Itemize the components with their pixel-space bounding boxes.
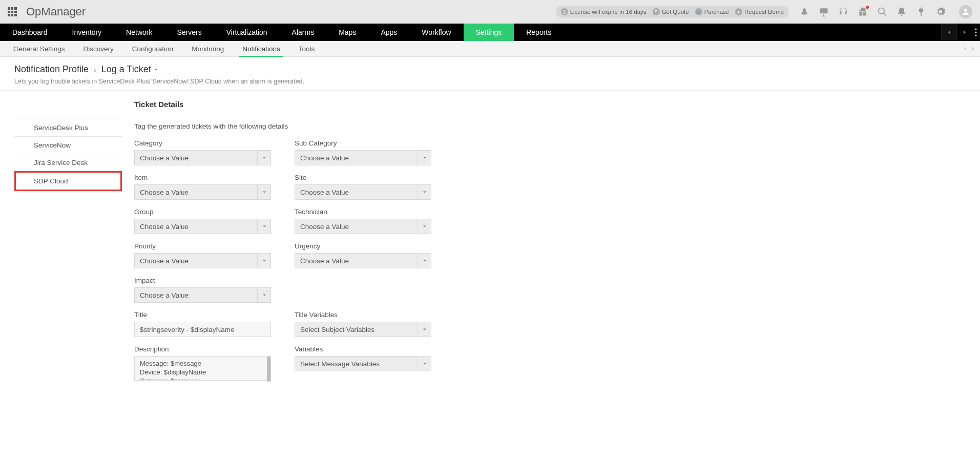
subcategory-label: Sub Category: [295, 139, 431, 147]
chevron-down-icon[interactable]: [418, 322, 431, 337]
technician-label: Technician: [295, 208, 431, 216]
chevron-down-icon[interactable]: [257, 254, 270, 268]
title-variables-select[interactable]: Select Subject Variables: [295, 322, 431, 337]
group-value: Choose a Value: [135, 219, 257, 234]
variables-label: Variables: [295, 345, 431, 353]
impact-label: Impact: [134, 277, 271, 284]
search-icon[interactable]: [877, 7, 887, 17]
nav-inventory[interactable]: Inventory: [60, 24, 114, 41]
chevron-down-icon[interactable]: [418, 185, 431, 199]
subcategory-value: Choose a Value: [295, 151, 418, 165]
impact-select[interactable]: Choose a Value: [134, 287, 271, 303]
breadcrumb-leaf-dropdown[interactable]: Log a Ticket: [101, 64, 158, 75]
headset-icon[interactable]: [838, 7, 848, 17]
gear-icon[interactable]: [935, 7, 946, 17]
chevron-down-icon[interactable]: [418, 219, 431, 234]
nav-virtualization[interactable]: Virtualization: [214, 24, 280, 41]
scrollbar[interactable]: [267, 357, 270, 382]
purchase-pill[interactable]: 🛒 Purchase: [693, 7, 732, 16]
subnav-tools[interactable]: Tools: [289, 41, 324, 56]
request-demo-pill[interactable]: ▸ Request Demo: [733, 7, 786, 16]
content: ServiceDesk PlusServiceNowJira Service D…: [0, 91, 980, 460]
sub-nav: General SettingsDiscoveryConfigurationMo…: [0, 41, 980, 57]
nav-scroll-right[interactable]: [956, 24, 972, 41]
nav-reports[interactable]: Reports: [514, 24, 564, 41]
title-variables-value: Select Subject Variables: [295, 322, 418, 337]
license-expire-pill[interactable]: ◷ License will expire in 16 days: [559, 7, 649, 16]
section-title: Ticket Details: [134, 100, 431, 114]
left-tab-sdp-cloud[interactable]: SDP Cloud: [14, 171, 122, 191]
group-label: Group: [134, 208, 271, 216]
plug-icon[interactable]: [916, 7, 926, 17]
nav-network[interactable]: Network: [114, 24, 164, 41]
left-tab-servicedesk-plus[interactable]: ServiceDesk Plus: [14, 119, 122, 136]
chevron-down-icon[interactable]: [418, 254, 431, 268]
breadcrumb: Notification Profile › Log a Ticket: [14, 64, 966, 75]
category-select[interactable]: Choose a Value: [134, 150, 271, 165]
variables-select[interactable]: Select Message Variables: [295, 356, 431, 371]
chevron-down-icon[interactable]: [257, 288, 270, 302]
title-input[interactable]: [134, 322, 271, 337]
subcategory-select[interactable]: Choose a Value: [295, 150, 431, 165]
bell-icon[interactable]: [896, 7, 907, 17]
nav-scroll-left[interactable]: [941, 24, 956, 41]
site-select[interactable]: Choose a Value: [295, 184, 431, 200]
nav-workflow[interactable]: Workflow: [409, 24, 463, 41]
svg-point-0: [975, 29, 977, 30]
left-tab-servicenow[interactable]: ServiceNow: [14, 136, 122, 154]
license-pill-group: ◷ License will expire in 16 days $ Get Q…: [556, 6, 789, 18]
breadcrumb-root[interactable]: Notification Profile: [14, 64, 89, 75]
chevron-down-icon[interactable]: [418, 151, 431, 165]
chevron-down-icon[interactable]: [257, 185, 270, 199]
nav-settings[interactable]: Settings: [464, 24, 514, 41]
get-quote-text: Get Quote: [662, 9, 689, 15]
rocket-icon[interactable]: [799, 7, 809, 17]
subnav-notifications[interactable]: Notifications: [233, 41, 289, 56]
license-expire-text: License will expire in 16 days: [570, 9, 647, 15]
category-label: Category: [134, 139, 271, 147]
apps-grid-icon[interactable]: [8, 7, 17, 16]
nav-alarms[interactable]: Alarms: [280, 24, 327, 41]
section-subtitle: Tag the generated tickets with the follo…: [134, 122, 445, 130]
chevron-down-icon[interactable]: [418, 357, 431, 371]
chevron-down-icon: [154, 68, 158, 72]
form-scroll-area[interactable]: Ticket Details Tag the generated tickets…: [122, 91, 445, 460]
nav-more-icon[interactable]: [972, 24, 980, 41]
nav-servers[interactable]: Servers: [164, 24, 214, 41]
technician-select[interactable]: Choose a Value: [295, 219, 431, 234]
notification-dot: [866, 6, 869, 9]
subnav-monitoring[interactable]: Monitoring: [182, 41, 233, 56]
left-tab-jira-service-desk[interactable]: Jira Service Desk: [14, 154, 122, 171]
page-header: Notification Profile › Log a Ticket Lets…: [0, 57, 980, 91]
subnav-configuration[interactable]: Configuration: [123, 41, 182, 56]
priority-select[interactable]: Choose a Value: [134, 253, 271, 268]
urgency-select[interactable]: Choose a Value: [295, 253, 431, 268]
main-nav: DashboardInventoryNetworkServersVirtuali…: [0, 24, 980, 41]
item-select[interactable]: Choose a Value: [134, 184, 271, 200]
title-label: Title: [134, 311, 271, 319]
subnav-scroll-left[interactable]: [963, 45, 968, 53]
get-quote-pill[interactable]: $ Get Quote: [651, 7, 691, 16]
description-textarea[interactable]: [134, 356, 271, 381]
page-description: Lets you log trouble tickets in ServiceD…: [14, 78, 966, 85]
user-avatar[interactable]: [959, 5, 972, 18]
subnav-discovery[interactable]: Discovery: [74, 41, 123, 56]
chevron-down-icon[interactable]: [257, 151, 270, 165]
svg-point-1: [975, 32, 977, 33]
nav-apps[interactable]: Apps: [368, 24, 409, 41]
nav-maps[interactable]: Maps: [326, 24, 368, 41]
category-value: Choose a Value: [135, 151, 257, 165]
dollar-icon: $: [653, 8, 660, 15]
subnav-scroll-right[interactable]: [971, 45, 976, 53]
site-value: Choose a Value: [295, 185, 418, 199]
urgency-value: Choose a Value: [295, 254, 418, 268]
chevron-down-icon[interactable]: [257, 219, 270, 234]
subnav-general-settings[interactable]: General Settings: [4, 41, 74, 56]
gift-icon[interactable]: [858, 7, 868, 17]
nav-dashboard[interactable]: Dashboard: [0, 24, 60, 41]
variables-value: Select Message Variables: [295, 357, 418, 371]
request-demo-text: Request Demo: [744, 9, 784, 15]
group-select[interactable]: Choose a Value: [134, 219, 271, 234]
title-variables-label: Title Variables: [295, 311, 431, 319]
presentation-icon[interactable]: [819, 7, 829, 17]
